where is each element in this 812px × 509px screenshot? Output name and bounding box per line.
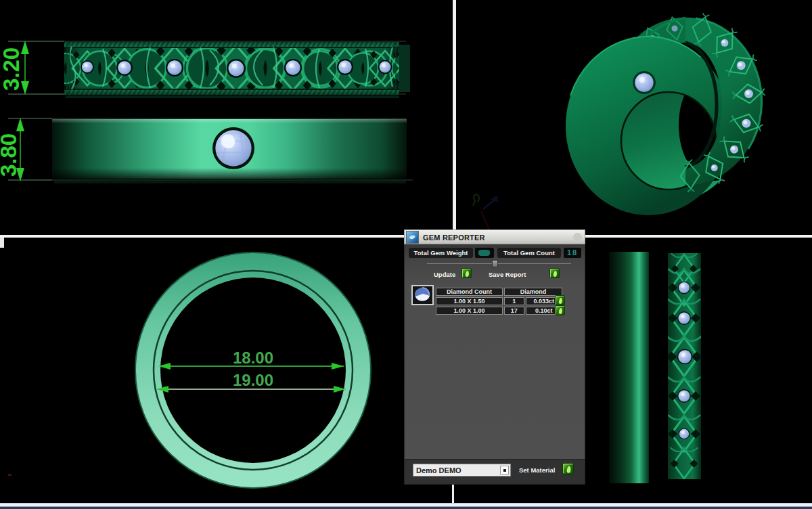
svg-text:3.80: 3.80 [0, 133, 21, 177]
svg-text:3.20: 3.20 [0, 47, 24, 91]
svg-text:19.00: 19.00 [233, 371, 273, 389]
svg-text:18.00: 18.00 [233, 349, 273, 367]
